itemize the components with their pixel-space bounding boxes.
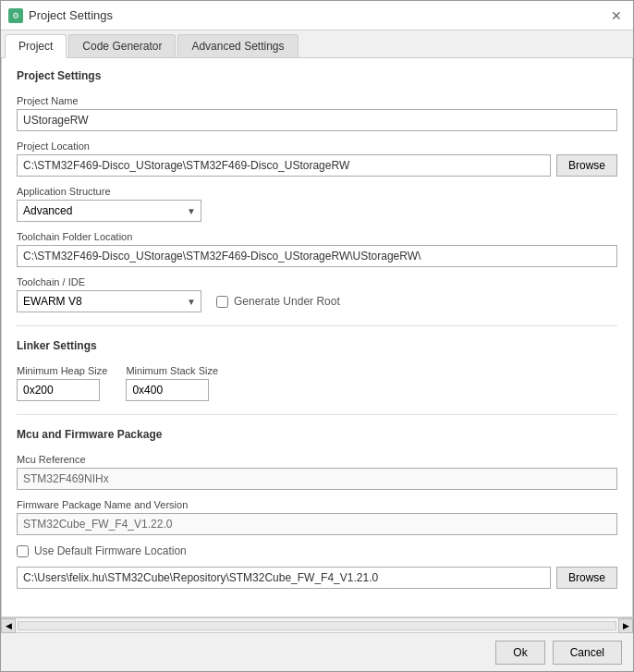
dialog-footer: Ok Cancel bbox=[1, 632, 633, 671]
separator-2 bbox=[17, 414, 617, 415]
project-location-label: Project Location bbox=[17, 141, 617, 152]
use-default-firmware-label: Use Default Firmware Location bbox=[34, 544, 187, 557]
tab-bar: Project Code Generator Advanced Settings bbox=[1, 31, 633, 58]
generate-under-root-label: Generate Under Root bbox=[234, 295, 340, 308]
horizontal-scrollbar[interactable]: ◀ ▶ bbox=[1, 617, 633, 632]
firmware-name-group: Firmware Package Name and Version bbox=[17, 499, 617, 535]
generate-under-root-row: Generate Under Root bbox=[216, 295, 340, 308]
firmware-location-group: Browse bbox=[17, 567, 617, 589]
window-icon: ⚙ bbox=[8, 8, 23, 23]
main-content: Project Settings Project Name Project Lo… bbox=[1, 58, 633, 617]
linker-fields-row: Minimum Heap Size Minimum Stack Size bbox=[17, 365, 617, 401]
close-button[interactable]: ✕ bbox=[607, 6, 626, 25]
toolchain-folder-input[interactable] bbox=[17, 245, 617, 267]
scroll-track-horizontal[interactable] bbox=[18, 621, 616, 630]
mcu-reference-label: Mcu Reference bbox=[17, 454, 617, 465]
min-stack-label: Minimum Stack Size bbox=[126, 365, 218, 376]
firmware-location-browse-button[interactable]: Browse bbox=[556, 567, 617, 589]
project-location-input[interactable] bbox=[17, 154, 551, 177]
application-structure-label: Application Structure bbox=[17, 186, 617, 197]
toolchain-ide-select[interactable]: EWARM V8 bbox=[17, 290, 201, 312]
mcu-reference-group: Mcu Reference bbox=[17, 454, 617, 490]
toolchain-ide-select-wrapper: EWARM V8 ▼ bbox=[17, 290, 201, 312]
tab-project[interactable]: Project bbox=[5, 34, 67, 58]
min-stack-input[interactable] bbox=[126, 379, 209, 401]
tab-advanced-settings[interactable]: Advanced Settings bbox=[177, 34, 298, 57]
cancel-button[interactable]: Cancel bbox=[553, 641, 622, 665]
application-structure-select-wrapper: Advanced ▼ bbox=[17, 200, 201, 222]
toolchain-ide-group: Toolchain / IDE EWARM V8 ▼ Generate Unde… bbox=[17, 276, 617, 312]
window-title: Project Settings bbox=[29, 8, 113, 22]
linker-settings-heading: Linker Settings bbox=[17, 339, 617, 352]
firmware-name-input bbox=[17, 513, 617, 535]
toolchain-ide-row: EWARM V8 ▼ Generate Under Root bbox=[17, 290, 617, 312]
title-bar-left: ⚙ Project Settings bbox=[8, 8, 113, 23]
application-structure-select[interactable]: Advanced bbox=[17, 200, 201, 222]
toolchain-folder-label: Toolchain Folder Location bbox=[17, 231, 617, 242]
min-heap-label: Minimum Heap Size bbox=[17, 365, 107, 376]
project-name-input[interactable] bbox=[17, 109, 617, 131]
project-name-group: Project Name bbox=[17, 95, 617, 131]
use-default-firmware-checkbox[interactable] bbox=[17, 545, 29, 557]
mcu-reference-input bbox=[17, 468, 617, 490]
mcu-firmware-heading: Mcu and Firmware Package bbox=[17, 428, 617, 441]
min-heap-field: Minimum Heap Size bbox=[17, 365, 107, 401]
title-bar: ⚙ Project Settings ✕ bbox=[1, 1, 633, 31]
tab-code-generator[interactable]: Code Generator bbox=[68, 34, 176, 57]
project-name-label: Project Name bbox=[17, 95, 617, 106]
application-structure-group: Application Structure Advanced ▼ bbox=[17, 186, 617, 222]
min-heap-input[interactable] bbox=[17, 379, 100, 401]
generate-under-root-checkbox[interactable] bbox=[216, 296, 228, 308]
toolchain-folder-group: Toolchain Folder Location bbox=[17, 231, 617, 267]
project-location-group: Project Location Browse bbox=[17, 141, 617, 177]
project-location-browse-button[interactable]: Browse bbox=[556, 154, 617, 177]
toolchain-ide-label: Toolchain / IDE bbox=[17, 276, 617, 287]
separator-1 bbox=[17, 325, 617, 326]
scroll-right-arrow[interactable]: ▶ bbox=[618, 618, 633, 633]
min-stack-field: Minimum Stack Size bbox=[126, 365, 218, 401]
firmware-location-input[interactable] bbox=[17, 567, 551, 589]
project-settings-heading: Project Settings bbox=[17, 69, 617, 82]
use-default-firmware-row: Use Default Firmware Location bbox=[17, 544, 617, 557]
scroll-left-arrow[interactable]: ◀ bbox=[1, 618, 16, 633]
firmware-location-row: Browse bbox=[17, 567, 617, 589]
ok-button[interactable]: Ok bbox=[495, 641, 544, 665]
main-window: ⚙ Project Settings ✕ Project Code Genera… bbox=[0, 0, 634, 672]
project-location-row: Browse bbox=[17, 154, 617, 177]
firmware-name-label: Firmware Package Name and Version bbox=[17, 499, 617, 510]
